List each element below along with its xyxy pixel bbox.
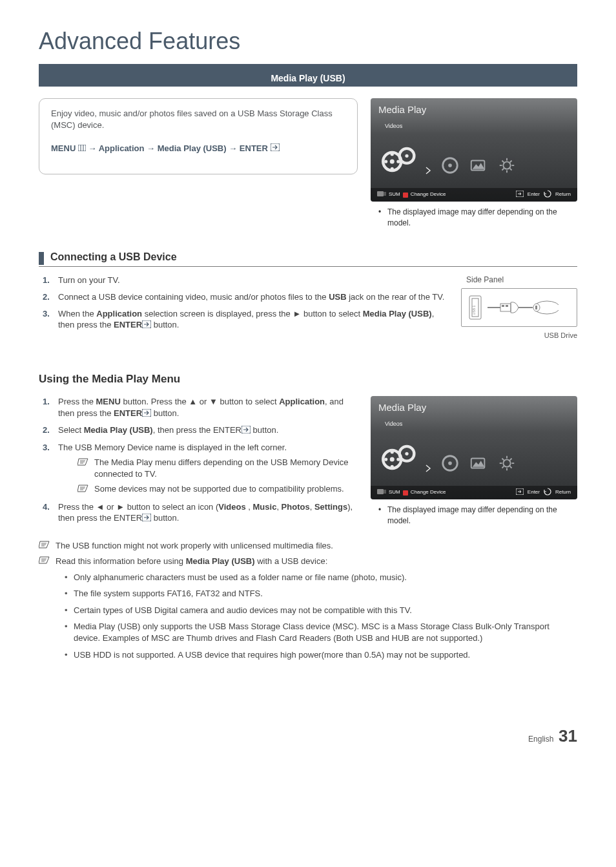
media-play-title: Media Play <box>371 396 577 419</box>
svg-line-55 <box>510 466 512 468</box>
svg-point-41 <box>405 452 408 455</box>
using-step-3-note-2: Some devices may not be supported due to… <box>94 483 344 495</box>
svg-line-54 <box>502 458 504 460</box>
media-play-figure-2: Media Play Videos <box>371 396 577 525</box>
intro-text: Enjoy video, music and/or photos files s… <box>51 108 345 131</box>
svg-rect-33 <box>506 305 508 307</box>
connect-step-2: Connect a USB device containing video, m… <box>39 291 448 303</box>
key-a-swatch <box>403 490 408 496</box>
footer-change-device: Change Device <box>411 191 446 198</box>
list-item: Only alphanumeric characters must be use… <box>65 572 577 583</box>
svg-point-15 <box>448 163 452 167</box>
chevron-right-icon <box>425 464 431 476</box>
return-icon <box>544 488 551 498</box>
menu-path: MENU → Application → Media Play (USB) → … <box>51 143 345 154</box>
usb-stick-icon <box>377 488 386 498</box>
svg-point-44 <box>396 457 400 461</box>
footer-enter: Enter <box>528 191 540 198</box>
list-item: USB HDD is not supported. A USB device t… <box>65 649 577 661</box>
settings-icon <box>497 454 517 476</box>
photos-icon <box>469 156 488 178</box>
global-note-1: The USB function might not work properly… <box>56 540 333 552</box>
media-play-title: Media Play <box>371 98 577 121</box>
media-play-selected-label: Videos <box>371 122 577 130</box>
svg-line-57 <box>510 458 512 460</box>
svg-rect-37 <box>535 306 537 309</box>
menu-path-mediaplay: Media Play (USB) <box>158 143 227 153</box>
svg-point-13 <box>391 167 394 171</box>
subhead-connecting: Connecting a USB Device <box>39 250 577 267</box>
connect-steps: Turn on your TV. Connect a USB device co… <box>39 275 448 336</box>
side-panel-label: Side Panel <box>461 275 577 285</box>
menu-path-application: Application <box>99 143 145 153</box>
svg-rect-31 <box>500 304 511 311</box>
using-step-1: Press the MENU button. Press the ▲ or ▼ … <box>39 396 358 419</box>
note-icon <box>77 484 89 496</box>
music-icon <box>440 156 460 178</box>
media-play-figure-1: Media Play Videos <box>371 98 577 227</box>
settings-icon <box>497 156 517 178</box>
side-panel-figure: Side Panel USB 1 USB Drive <box>461 275 577 340</box>
subhead-connecting-text: Connecting a USB Device <box>50 250 177 267</box>
music-icon <box>440 454 460 476</box>
footer-sum: SUM <box>389 191 400 198</box>
figure-caption: The displayed image may differ depending… <box>371 505 577 525</box>
svg-point-39 <box>390 457 395 461</box>
photos-icon <box>469 454 488 476</box>
using-step-2: Select Media Play (USB), then press the … <box>39 424 358 436</box>
menu-icon <box>78 143 86 154</box>
header-bar <box>39 64 577 70</box>
global-notes-bullets: Only alphanumeric characters must be use… <box>39 572 577 660</box>
svg-point-45 <box>391 465 394 468</box>
svg-line-24 <box>502 169 504 171</box>
usb-drive-label: USB Drive <box>461 331 577 340</box>
enter-icon <box>516 488 524 497</box>
list-item: Media Play (USB) only supports the USB M… <box>65 621 577 643</box>
svg-rect-32 <box>502 305 504 307</box>
menu-path-enter: ENTER <box>240 143 268 153</box>
svg-line-22 <box>502 160 504 162</box>
svg-point-49 <box>503 459 510 466</box>
svg-point-10 <box>391 152 394 156</box>
usb-port-icon: USB 1 <box>468 295 482 320</box>
footer-language: English <box>528 735 553 744</box>
intro-panel: Enjoy video, music and/or photos files s… <box>39 98 358 174</box>
enter-icon <box>142 320 151 331</box>
enter-icon <box>516 191 524 200</box>
enter-icon <box>271 143 280 154</box>
usb-stick-icon <box>377 190 386 200</box>
svg-text:USB 1: USB 1 <box>472 305 476 315</box>
page-title: Advanced Features <box>39 26 577 57</box>
svg-point-11 <box>384 160 387 163</box>
svg-line-25 <box>510 160 512 162</box>
global-note-2: Read this information before using Media… <box>56 556 327 567</box>
using-steps: Press the MENU button. Press the ▲ or ▼ … <box>39 396 358 524</box>
note-icon <box>77 457 89 470</box>
note-icon <box>39 540 50 552</box>
footer-enter: Enter <box>528 489 540 496</box>
enter-icon <box>241 425 251 437</box>
svg-point-12 <box>396 160 400 163</box>
return-icon <box>544 190 551 200</box>
enter-icon <box>142 408 151 420</box>
svg-point-17 <box>503 162 510 169</box>
using-step-4: Press the ◄ or ► button to select an ico… <box>39 501 358 525</box>
footer-return: Return <box>555 489 571 496</box>
media-play-selected-label: Videos <box>371 420 577 428</box>
note-icon <box>39 556 50 568</box>
menu-label: MENU <box>51 143 76 153</box>
key-a-swatch <box>403 193 408 198</box>
connect-step-3: When the Application selection screen is… <box>39 308 448 331</box>
using-step-3: The USB Memory Device name is displayed … <box>39 442 358 496</box>
subhead-using: Using the Media Play Menu <box>39 372 577 387</box>
global-notes: The USB function might not work properly… <box>39 540 577 660</box>
svg-point-42 <box>391 450 394 454</box>
svg-point-7 <box>390 159 395 163</box>
svg-point-9 <box>405 154 408 158</box>
page-footer: English 31 <box>39 725 577 747</box>
videos-icon <box>380 437 416 476</box>
usb-connector-icon <box>488 298 559 317</box>
footer-page-number: 31 <box>559 726 577 746</box>
svg-line-56 <box>502 466 504 468</box>
footer-change-device: Change Device <box>411 489 446 496</box>
